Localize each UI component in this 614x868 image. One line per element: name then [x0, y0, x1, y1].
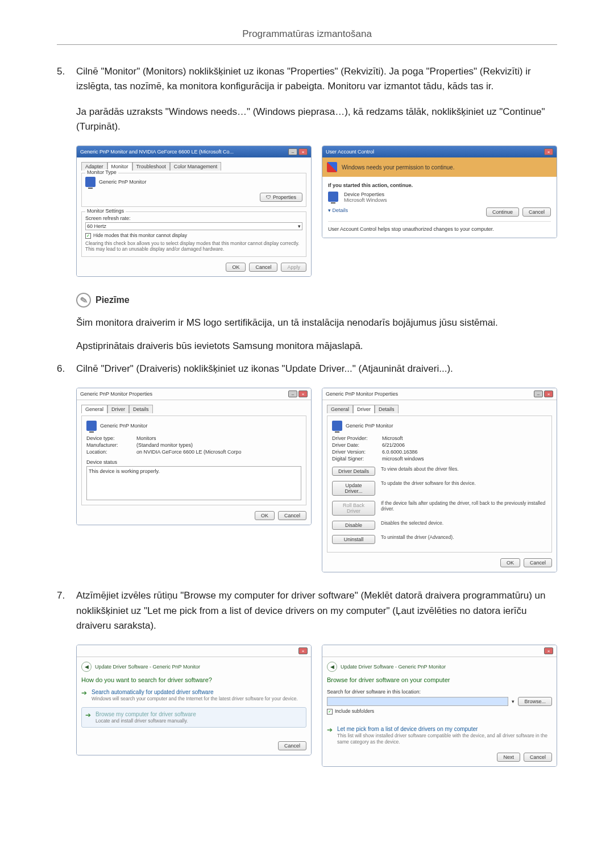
cancel-button[interactable]: Cancel: [522, 207, 551, 217]
cancel-button[interactable]: Cancel: [278, 741, 306, 750]
refresh-rate-label: Screen refresh rate:: [85, 215, 302, 221]
value-driver-date: 6/21/2006: [382, 442, 405, 448]
uac-details-link[interactable]: ▾ Details: [328, 207, 483, 217]
uac-title: User Account Control: [326, 149, 374, 155]
wizard-heading: How do you want to search for driver sof…: [81, 676, 306, 683]
step-5: 5. Cilnē "Monitor" (Monitors) noklikšķin…: [57, 64, 557, 134]
uac-footer: User Account Control helps stop unauthor…: [328, 221, 551, 232]
note-title: Piezīme: [96, 295, 130, 305]
step-5-text: Cilnē "Monitor" (Monitors) noklikšķiniet…: [76, 64, 557, 94]
step-5-para2: Ja parādās uzraksts "Windows needs…" (Wi…: [76, 105, 557, 135]
monitor-name: Generic PnP Monitor: [99, 179, 146, 185]
value-driver-provider: Microsoft: [382, 435, 403, 441]
tab-troubleshoot[interactable]: Troubleshoot: [132, 162, 170, 171]
value-digital-signer: microsoft windows: [382, 456, 424, 462]
ok-button[interactable]: OK: [226, 263, 246, 272]
hide-modes-desc: Clearing this check box allows you to se…: [85, 240, 302, 252]
close-icon[interactable]: ×: [298, 391, 308, 397]
apply-button[interactable]: Apply: [281, 263, 306, 272]
uac-message: Windows needs your permission to continu…: [342, 164, 454, 171]
tab-general[interactable]: General: [327, 405, 353, 413]
option-search-automatically[interactable]: ➔ Search automatically for updated drive…: [81, 689, 306, 701]
uninstall-desc: To uninstall the driver (Advanced).: [381, 533, 547, 540]
dialog-uac: User Account Control × Windows needs you…: [322, 146, 557, 238]
ok-button[interactable]: OK: [500, 558, 520, 567]
program-icon: [328, 192, 338, 202]
device-status-box: This device is working properly.: [86, 466, 301, 500]
include-subfolders-label: Include subfolders: [335, 708, 374, 714]
label-driver-version: Driver Version:: [332, 449, 377, 455]
dialog-monitor-properties: Generic PnP Monitor and NVIDIA GeForce 6…: [76, 146, 312, 277]
arrow-icon: ➔: [85, 712, 91, 719]
monitor-icon: [86, 421, 97, 431]
value-driver-version: 6.0.6000.16386: [382, 449, 418, 455]
back-icon[interactable]: ◀: [81, 662, 92, 672]
label-device-status: Device status: [86, 459, 301, 465]
tab-color-management[interactable]: Color Management: [170, 162, 222, 171]
monitor-icon: [332, 421, 342, 431]
device-name: Generic PnP Monitor: [100, 423, 147, 429]
label-driver-provider: Driver Provider:: [332, 435, 377, 441]
dialog-title: Generic PnP Monitor and NVIDIA GeForce 6…: [80, 149, 234, 155]
refresh-rate-select[interactable]: 60 Hertz ▾: [85, 222, 302, 230]
path-input[interactable]: [327, 697, 508, 706]
tab-driver[interactable]: Driver: [107, 405, 129, 413]
tab-details[interactable]: Details: [375, 405, 399, 413]
properties-button[interactable]: 🛡 Properties: [260, 193, 302, 202]
label-manufacturer: Manufacturer:: [86, 442, 132, 448]
value-device-type: Monitors: [136, 435, 156, 441]
back-icon[interactable]: ◀: [327, 662, 337, 672]
wizard-heading: Browse for driver software on your compu…: [327, 676, 552, 683]
option-browse-computer[interactable]: ➔ Browse my computer for driver software…: [81, 707, 306, 728]
group-monitor-settings: Monitor Settings: [85, 208, 126, 214]
cancel-button[interactable]: Cancel: [249, 263, 277, 272]
next-button[interactable]: Next: [497, 753, 520, 762]
close-icon[interactable]: ×: [544, 647, 553, 654]
minimize-icon[interactable]: –: [288, 148, 297, 155]
cancel-button[interactable]: Cancel: [524, 753, 552, 762]
step-6: 6. Cilnē "Driver" (Draiveris) noklikšķin…: [57, 362, 557, 376]
device-name: Generic PnP Monitor: [346, 423, 393, 429]
tab-driver[interactable]: Driver: [353, 405, 375, 413]
update-driver-desc: To update the driver software for this d…: [381, 479, 547, 486]
arrow-icon: ➔: [327, 726, 333, 733]
label-device-type: Device type:: [86, 435, 132, 441]
tab-details[interactable]: Details: [129, 405, 153, 413]
arrow-icon: ➔: [81, 690, 87, 696]
breadcrumb: Update Driver Software - Generic PnP Mon…: [95, 664, 200, 670]
cancel-button[interactable]: Cancel: [524, 558, 552, 567]
driver-details-button[interactable]: Driver Details: [332, 467, 375, 476]
ok-button[interactable]: OK: [255, 511, 275, 520]
close-icon[interactable]: ×: [544, 391, 553, 397]
close-icon[interactable]: ×: [298, 647, 308, 654]
label-location: Location:: [86, 449, 132, 455]
include-subfolders-checkbox[interactable]: ✓: [327, 709, 333, 715]
breadcrumb: Update Driver Software - Generic PnP Mon…: [341, 664, 446, 670]
disable-desc: Disables the selected device.: [381, 519, 547, 526]
continue-button[interactable]: Continue: [486, 207, 519, 217]
cancel-button[interactable]: Cancel: [278, 511, 306, 520]
hide-modes-checkbox[interactable]: ✓: [85, 233, 91, 239]
step-7-text: Atzīmējiet izvēles rūtiņu "Browse my com…: [76, 588, 557, 633]
monitor-icon: [85, 177, 96, 187]
option-let-me-pick[interactable]: ➔ Let me pick from a list of device driv…: [327, 726, 552, 745]
label-driver-date: Driver Date:: [332, 442, 377, 448]
step-6-text: Cilnē "Driver" (Draiveris) noklikšķiniet…: [76, 362, 557, 376]
roll-back-driver-desc: If the device fails after updating the d…: [381, 499, 547, 512]
note-p1: Šim monitora draiverim ir MS logo sertif…: [76, 315, 557, 330]
step-7: 7. Atzīmējiet izvēles rūtiņu "Browse my …: [57, 588, 557, 633]
hide-modes-label: Hide modes that this monitor cannot disp…: [93, 232, 187, 238]
uninstall-button[interactable]: Uninstall: [332, 535, 375, 544]
roll-back-driver-button[interactable]: Roll Back Driver: [332, 501, 375, 516]
update-driver-button[interactable]: Update Driver...: [332, 481, 375, 496]
disable-button[interactable]: Disable: [332, 521, 375, 530]
close-icon[interactable]: ×: [298, 148, 308, 155]
minimize-icon[interactable]: –: [288, 391, 297, 397]
tab-general[interactable]: General: [81, 405, 107, 413]
step-6-num: 6.: [57, 362, 76, 376]
browse-button[interactable]: Browse...: [518, 697, 552, 706]
dialog-title: Generic PnP Monitor Properties: [80, 391, 152, 397]
dialog-update-driver-wizard-2: × ◀ Update Driver Software - Generic PnP…: [322, 645, 557, 767]
close-icon[interactable]: ×: [544, 148, 553, 155]
minimize-icon[interactable]: –: [534, 391, 543, 397]
